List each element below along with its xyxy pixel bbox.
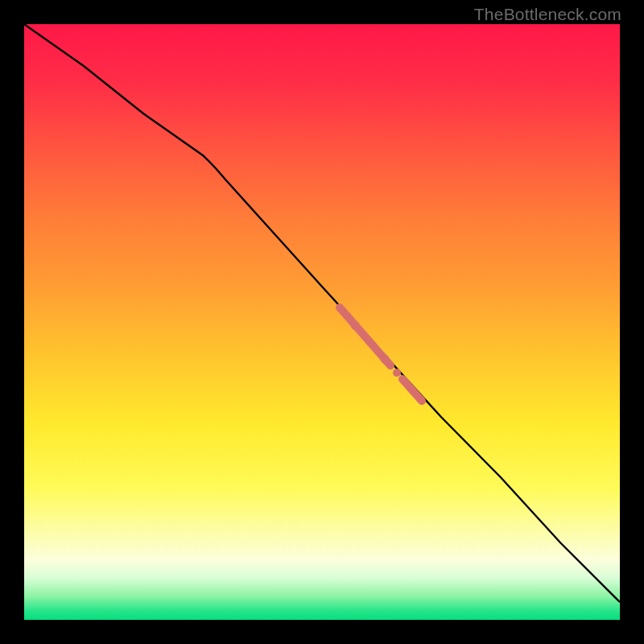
highlight-segment-2 xyxy=(402,379,422,401)
series-curve xyxy=(24,24,620,602)
marker-dot-3 xyxy=(393,369,401,377)
watermark-text: TheBottleneck.com xyxy=(474,5,621,24)
marker-dot-1 xyxy=(351,321,360,330)
chart-svg xyxy=(24,24,620,620)
plot-area xyxy=(24,24,620,620)
marker-dot-2 xyxy=(381,355,390,364)
chart-stage: TheBottleneck.com xyxy=(0,0,644,644)
